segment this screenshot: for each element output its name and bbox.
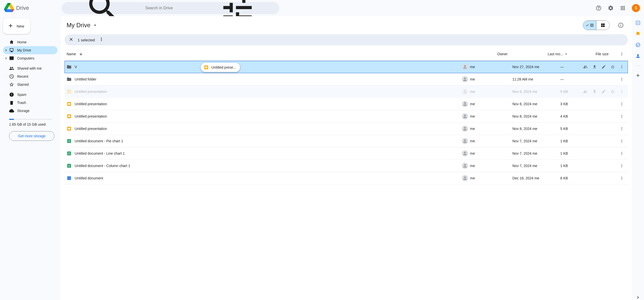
download-button[interactable] (591, 88, 599, 96)
star-button[interactable] (609, 63, 617, 71)
nav-storage[interactable]: Storage (3, 107, 57, 115)
sheets-icon (67, 139, 72, 144)
col-owner[interactable]: Owner (497, 52, 548, 56)
new-button[interactable]: New (3, 18, 30, 34)
laptop-icon (9, 56, 14, 61)
file-name: Untitled document - Line chart 1 (75, 151, 125, 155)
owner-name: me (470, 65, 475, 69)
more-actions-button[interactable] (99, 37, 104, 43)
account-avatar[interactable]: S (632, 4, 640, 12)
more-button[interactable] (618, 125, 626, 133)
table-row[interactable]: Untitled document me Dec 18, 2024 me 8 K… (65, 172, 628, 184)
settings-button[interactable] (606, 3, 616, 13)
info-button[interactable] (616, 20, 626, 30)
nav-my-drive[interactable]: My Drive (3, 46, 57, 54)
list-view-button[interactable] (583, 21, 596, 30)
caret-down-icon (93, 23, 98, 28)
owner-avatar (462, 138, 468, 144)
table-row[interactable]: Untitled presentation me Nov 8, 2024 me … (65, 123, 628, 135)
table-row[interactable]: Untitled document - Pie chart 1 me Nov 7… (65, 135, 628, 147)
add-addon-button[interactable] (635, 73, 640, 78)
folder-icon (67, 77, 72, 82)
clear-selection-button[interactable] (69, 37, 74, 43)
owner-name: me (470, 151, 475, 155)
table-row[interactable]: Untitled presentation me Nov 8, 2024 me … (65, 98, 628, 110)
nav-label: Starred (17, 83, 29, 87)
search-input[interactable] (145, 6, 196, 10)
rename-button[interactable] (600, 88, 608, 96)
owner-name: me (470, 164, 475, 168)
collapse-panel-button[interactable] (635, 295, 640, 300)
more-button[interactable] (618, 100, 626, 108)
calendar-icon[interactable] (635, 20, 640, 25)
table-row[interactable]: Untitled folder me 11:28 AM me — (65, 73, 628, 86)
more-button[interactable] (618, 149, 626, 157)
search-bar[interactable] (62, 2, 279, 14)
contacts-icon[interactable] (635, 53, 640, 59)
drive-icon (9, 48, 14, 53)
column-options-button[interactable] (618, 50, 626, 58)
keep-icon[interactable] (635, 31, 640, 36)
support-button[interactable] (594, 3, 604, 13)
col-modified[interactable]: Last mo... (548, 52, 596, 56)
modified-date: Nov 7, 2024 me (512, 164, 560, 168)
table-row[interactable]: Untitled presentation me Nov 8, 2024 me … (65, 86, 628, 98)
more-button[interactable] (618, 137, 626, 145)
owner-avatar (462, 175, 468, 181)
table-row[interactable]: Untitled prese... V me Nov 27, 2024 me — (65, 61, 628, 73)
tasks-icon[interactable] (635, 42, 640, 47)
more-button[interactable] (618, 88, 626, 96)
rename-button[interactable] (600, 63, 608, 71)
col-size[interactable]: File size (596, 52, 616, 56)
nav-home[interactable]: Home (3, 38, 57, 46)
modified-date: Nov 8, 2024 me (512, 102, 560, 106)
table-row[interactable]: Untitled document - Line chart 1 me Nov … (65, 147, 628, 160)
chevron-right-icon[interactable] (4, 48, 8, 52)
owner-name: me (470, 127, 475, 131)
owner-avatar (462, 126, 468, 132)
slides-icon (67, 126, 72, 131)
nav-label: Trash (17, 101, 26, 105)
apps-button[interactable] (618, 3, 628, 13)
file-name: V (75, 65, 77, 69)
logo-area[interactable]: Drive (4, 3, 60, 14)
file-table: Name Owner Last mo... File size Untitled… (61, 47, 632, 300)
grid-view-button[interactable] (596, 21, 609, 30)
more-button[interactable] (618, 174, 626, 182)
more-button[interactable] (618, 63, 626, 71)
nav-starred[interactable]: Starred (3, 80, 57, 89)
nav-shared[interactable]: Shared with me (3, 64, 57, 72)
more-button[interactable] (618, 75, 626, 83)
folder-icon (67, 64, 72, 69)
owner-name: me (470, 139, 475, 143)
share-button[interactable] (581, 63, 590, 71)
owner-name: me (470, 102, 475, 106)
slides-icon (67, 114, 72, 119)
selection-toolbar: 1 selected (65, 34, 628, 45)
nav-spam[interactable]: Spam (3, 91, 57, 99)
more-button[interactable] (618, 162, 626, 170)
table-row[interactable]: Untitled presentation me Nov 8, 2024 me … (65, 110, 628, 123)
get-storage-button[interactable]: Get more storage (9, 131, 54, 141)
table-row[interactable]: Untitled document - Column chart 1 me No… (65, 160, 628, 172)
people-icon (9, 66, 14, 71)
download-button[interactable] (591, 63, 599, 71)
breadcrumb[interactable]: My Drive (67, 22, 98, 29)
col-name[interactable]: Name (67, 52, 497, 56)
nav-computers[interactable]: Computers (3, 54, 57, 62)
chevron-right-icon[interactable] (4, 56, 8, 60)
table-header: Name Owner Last mo... File size (65, 47, 628, 61)
owner-name: me (470, 114, 475, 118)
trash-icon (9, 100, 14, 105)
app-name: Drive (16, 5, 29, 11)
share-button[interactable] (581, 88, 590, 96)
star-button[interactable] (609, 88, 617, 96)
modified-date: Dec 18, 2024 me (512, 176, 560, 180)
grid-icon (601, 23, 605, 28)
file-name: Untitled presentation (75, 127, 107, 131)
nav-recent[interactable]: Recent (3, 72, 57, 80)
nav-trash[interactable]: Trash (3, 99, 57, 107)
more-button[interactable] (618, 112, 626, 120)
check-icon (586, 23, 589, 28)
nav-label: My Drive (17, 48, 31, 52)
